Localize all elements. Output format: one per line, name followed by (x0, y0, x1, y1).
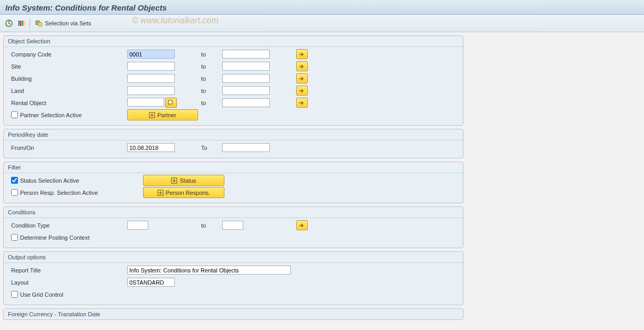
company-code-from-input[interactable] (127, 50, 175, 59)
section-conditions: Conditions Condition Type to Determine P… (3, 206, 463, 248)
row-from-on: From/On To (8, 142, 459, 154)
status-button[interactable]: Status (143, 175, 224, 186)
determine-posting-checkbox-wrap[interactable]: Determine Posting Context (8, 234, 127, 241)
label-company-code: Company Code (8, 51, 127, 58)
section-header-object-selection: Object Selection (4, 36, 463, 47)
section-foreign-currency: Foreign Currency - Translation Date (3, 308, 463, 320)
company-code-range-button[interactable] (296, 49, 308, 59)
section-header-output: Output options (4, 252, 463, 263)
period-to-input[interactable] (222, 143, 270, 152)
rental-object-from-input[interactable] (127, 98, 164, 107)
section-object-selection: Object Selection Company Code to Site to (3, 35, 463, 126)
site-from-input[interactable] (127, 62, 175, 71)
label-report-title: Report Title (8, 267, 127, 274)
rental-object-search-help-button[interactable] (165, 98, 177, 108)
land-to-input[interactable] (222, 86, 270, 95)
person-respons-button[interactable]: Person Respons. (143, 187, 224, 198)
person-selection-checkbox-wrap[interactable]: Person Resp. Selection Active (8, 189, 143, 196)
expand-icon (149, 112, 155, 118)
svg-rect-3 (22, 21, 23, 26)
arrow-right-icon (299, 223, 305, 228)
arrow-right-icon (299, 89, 305, 93)
from-on-input[interactable] (127, 143, 175, 152)
status-selection-checkbox[interactable] (11, 177, 18, 184)
status-button-label: Status (179, 177, 196, 184)
label-rental-object: Rental Object (8, 100, 127, 106)
toolbar: Selection via Sets © www.tutorialkart.co… (0, 15, 644, 32)
variant-icon[interactable] (17, 18, 26, 28)
condition-type-from-input[interactable] (127, 221, 148, 230)
arrow-right-icon (299, 64, 305, 69)
layout-input[interactable] (127, 278, 175, 287)
section-header-foreign: Foreign Currency - Translation Date (4, 309, 463, 319)
to-label: to (201, 63, 222, 70)
label-land: Land (8, 88, 127, 94)
row-site: Site to (8, 60, 459, 72)
arrow-right-icon (299, 101, 305, 105)
person-selection-checkbox[interactable] (11, 189, 18, 196)
arrow-right-icon (299, 77, 305, 81)
building-range-button[interactable] (296, 73, 308, 83)
partner-selection-label: Partner Selection Active (20, 112, 82, 118)
svg-rect-2 (20, 21, 21, 26)
section-output: Output options Report Title Layout Use G… (3, 251, 463, 305)
land-from-input[interactable] (127, 86, 175, 95)
to-label-period: To (201, 145, 222, 151)
expand-icon (171, 177, 177, 184)
determine-posting-checkbox[interactable] (11, 234, 18, 241)
toolbar-separator (30, 18, 30, 28)
rental-object-to-input[interactable] (222, 98, 270, 107)
partner-selection-checkbox-wrap[interactable]: Partner Selection Active (8, 111, 127, 118)
rental-object-range-button[interactable] (296, 98, 308, 108)
row-company-code: Company Code to (8, 48, 459, 60)
section-period: Period/key date From/On To (3, 129, 463, 158)
building-from-input[interactable] (127, 74, 175, 83)
sets-icon (35, 20, 43, 27)
to-label: to (201, 51, 222, 58)
window-title: Info System: Conditions for Rental Objec… (5, 3, 167, 12)
expand-icon (157, 190, 164, 196)
row-rental-object: Rental Object to (8, 97, 459, 109)
building-to-input[interactable] (222, 74, 270, 83)
selection-via-sets-button[interactable]: Selection via Sets (33, 18, 93, 28)
report-title-input[interactable] (127, 266, 291, 275)
use-grid-checkbox-wrap[interactable]: Use Grid Control (8, 291, 127, 298)
land-range-button[interactable] (296, 86, 308, 96)
to-label: to (201, 100, 222, 106)
selection-via-sets-label: Selection via Sets (45, 20, 91, 26)
row-person-selection: Person Resp. Selection Active Person Res… (8, 186, 459, 199)
partner-button[interactable]: Partner (127, 109, 198, 120)
svg-rect-4 (23, 21, 24, 26)
section-header-filter: Filter (4, 162, 463, 173)
section-filter: Filter Status Selection Active Status (3, 162, 463, 203)
svg-rect-1 (18, 21, 20, 26)
partner-button-label: Partner (157, 112, 176, 118)
site-range-button[interactable] (296, 61, 308, 71)
search-help-icon (168, 100, 174, 106)
use-grid-label: Use Grid Control (20, 291, 63, 298)
svg-rect-6 (38, 22, 42, 26)
site-to-input[interactable] (222, 62, 270, 71)
status-selection-checkbox-wrap[interactable]: Status Selection Active (8, 177, 143, 184)
status-selection-label: Status Selection Active (20, 177, 79, 184)
partner-selection-checkbox[interactable] (11, 111, 18, 118)
label-building: Building (8, 76, 127, 82)
row-partner-selection: Partner Selection Active Partner (8, 109, 459, 121)
company-code-to-input[interactable] (222, 50, 270, 59)
app-root: Info System: Conditions for Rental Objec… (0, 0, 644, 323)
condition-type-to-input[interactable] (222, 221, 243, 230)
person-respons-button-label: Person Respons. (166, 190, 210, 196)
row-status-selection: Status Selection Active Status (8, 174, 459, 186)
condition-type-range-button[interactable] (296, 220, 308, 230)
determine-posting-label: Determine Posting Context (20, 234, 89, 241)
section-header-period: Period/key date (4, 129, 463, 140)
row-condition-type: Condition Type to (8, 219, 459, 231)
row-use-grid: Use Grid Control (8, 288, 459, 300)
use-grid-checkbox[interactable] (11, 291, 18, 298)
execute-icon[interactable] (4, 18, 14, 28)
window-title-bar: Info System: Conditions for Rental Objec… (0, 0, 644, 15)
row-land: Land to (8, 84, 459, 97)
to-label: to (201, 222, 222, 229)
row-determine-posting: Determine Posting Context (8, 231, 459, 243)
svg-rect-7 (168, 100, 172, 104)
